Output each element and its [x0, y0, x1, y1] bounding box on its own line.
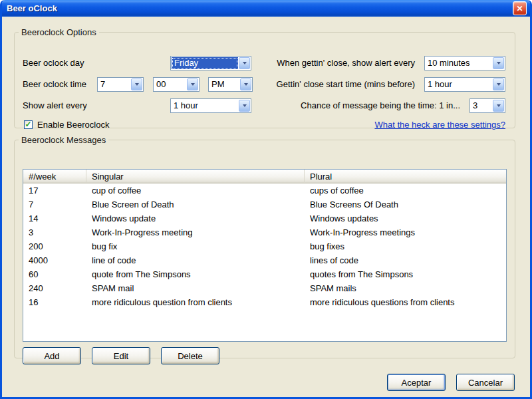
table-cell: more ridiculous question from clients: [86, 297, 305, 307]
settings-help-link[interactable]: What the heck are these settings?: [374, 120, 505, 130]
table-cell: 240: [23, 283, 86, 293]
time-minute-value: 00: [154, 78, 186, 90]
day-select-value: Friday: [172, 57, 238, 69]
chance-select[interactable]: 3: [469, 98, 505, 113]
table-cell: quotes from The Simpsons: [305, 269, 506, 279]
table-cell: bug fix: [86, 241, 305, 251]
table-cell: SPAM mail: [86, 283, 305, 293]
table-cell: SPAM mails: [305, 283, 506, 293]
messages-list-header: #/week Singular Plural: [23, 170, 506, 184]
chevron-down-icon[interactable]: [493, 100, 504, 112]
messages-group-legend: Beeroclock Messages: [19, 135, 108, 145]
cancel-button[interactable]: Cancelar: [456, 374, 515, 391]
chevron-down-icon[interactable]: [239, 100, 250, 112]
alert-every-label: Show alert every: [23, 98, 87, 113]
table-cell: Work-In-Progress meetings: [305, 227, 506, 237]
column-header-plural[interactable]: Plural: [305, 170, 506, 183]
table-cell: Windows updates: [305, 213, 506, 223]
close-start-select[interactable]: 1 hour: [424, 77, 505, 92]
edit-button[interactable]: Edit: [92, 347, 150, 364]
messages-group: Beeroclock Messages #/week Singular Plur…: [14, 135, 515, 358]
add-button[interactable]: Add: [23, 347, 81, 364]
table-cell: 200: [23, 241, 86, 251]
table-row[interactable]: 14Windows updateWindows updates: [23, 211, 506, 225]
table-row[interactable]: 3Work-In-Progress meetingWork-In-Progres…: [23, 225, 506, 239]
table-row[interactable]: 16more ridiculous question from clientsm…: [23, 295, 506, 309]
day-label: Beer oclock day: [23, 56, 84, 70]
chevron-down-icon[interactable]: [240, 78, 251, 90]
table-row[interactable]: 240SPAM mailSPAM mails: [23, 281, 506, 295]
table-cell: more ridiculous questions from clients: [305, 297, 506, 307]
table-cell: 16: [23, 297, 86, 307]
chevron-down-icon[interactable]: [493, 57, 504, 69]
close-alert-label: When gettin' close, show alert every: [277, 56, 415, 70]
chance-select-value: 3: [470, 100, 492, 112]
time-ampm-select[interactable]: PM: [208, 77, 253, 92]
enable-beeroclock-checkbox[interactable]: ✓: [24, 120, 33, 129]
table-cell: 4000: [23, 255, 86, 265]
close-alert-select-value: 10 minutes: [425, 57, 492, 69]
table-cell: Windows update: [86, 213, 305, 223]
table-row[interactable]: 17cup of coffeecups of coffee: [23, 184, 506, 198]
window-title: Beer oClock: [7, 3, 57, 13]
table-row[interactable]: 4000line of codelines of code: [23, 253, 506, 267]
table-cell: Blue Screen of Death: [86, 200, 305, 209]
table-row[interactable]: 200bug fixbug fixes: [23, 239, 506, 253]
table-cell: quote from The Simpsons: [86, 269, 305, 279]
day-select[interactable]: Friday: [170, 56, 251, 70]
delete-button[interactable]: Delete: [161, 347, 219, 364]
table-cell: 7: [23, 200, 86, 209]
time-minute-select[interactable]: 00: [153, 77, 200, 92]
table-cell: cups of coffee: [305, 186, 506, 196]
chevron-down-icon[interactable]: [493, 78, 504, 90]
chance-label: Chance of message being the time: 1 in..…: [301, 98, 460, 113]
table-cell: cup of coffee: [86, 186, 305, 196]
close-start-select-value: 1 hour: [425, 78, 492, 90]
table-cell: 17: [23, 186, 86, 196]
dialog-body: Beeroclock Options Beer oclock day Frida…: [2, 17, 530, 397]
messages-list-body: 17cup of coffeecups of coffee7Blue Scree…: [23, 184, 506, 309]
chevron-down-icon[interactable]: [239, 57, 250, 69]
time-ampm-value: PM: [209, 78, 239, 90]
table-cell: 3: [23, 227, 86, 237]
table-cell: 14: [23, 213, 86, 223]
time-label: Beer oclock time: [23, 77, 86, 92]
time-hour-select[interactable]: 7: [97, 77, 144, 92]
table-row[interactable]: 60quote from The Simpsonsquotes from The…: [23, 267, 506, 281]
table-cell: lines of code: [305, 255, 506, 265]
close-start-label: Gettin' close start time (mins before): [277, 77, 415, 92]
alert-every-select-value: 1 hour: [171, 100, 238, 112]
options-group: Beeroclock Options Beer oclock day Frida…: [14, 27, 515, 128]
table-cell: line of code: [86, 255, 305, 265]
table-row[interactable]: 7Blue Screen of DeathBlue Screens Of Dea…: [23, 198, 506, 211]
table-cell: Work-In-Progress meeting: [86, 227, 305, 237]
chevron-down-icon[interactable]: [131, 78, 142, 90]
chevron-down-icon[interactable]: [187, 78, 198, 90]
close-icon: ✕: [516, 5, 523, 13]
table-cell: Blue Screens Of Death: [305, 200, 506, 209]
alert-every-select[interactable]: 1 hour: [170, 98, 251, 113]
titlebar[interactable]: Beer oClock ✕: [2, 0, 530, 17]
close-alert-select[interactable]: 10 minutes: [424, 56, 505, 70]
messages-list[interactable]: #/week Singular Plural 17cup of coffeecu…: [23, 169, 507, 342]
ok-button[interactable]: Aceptar: [387, 374, 446, 391]
time-hour-value: 7: [98, 78, 130, 90]
close-button[interactable]: ✕: [513, 1, 527, 15]
beer-oclock-window: Beer oClock ✕ Beeroclock Options Beer oc…: [0, 0, 532, 399]
table-cell: 60: [23, 269, 86, 279]
enable-beeroclock-label[interactable]: Enable Beeroclock: [37, 118, 109, 132]
column-header-singular[interactable]: Singular: [86, 170, 305, 183]
column-header-per-week[interactable]: #/week: [23, 170, 86, 183]
check-icon: ✓: [25, 120, 31, 128]
options-group-legend: Beeroclock Options: [19, 27, 99, 37]
table-cell: bug fixes: [305, 241, 506, 251]
